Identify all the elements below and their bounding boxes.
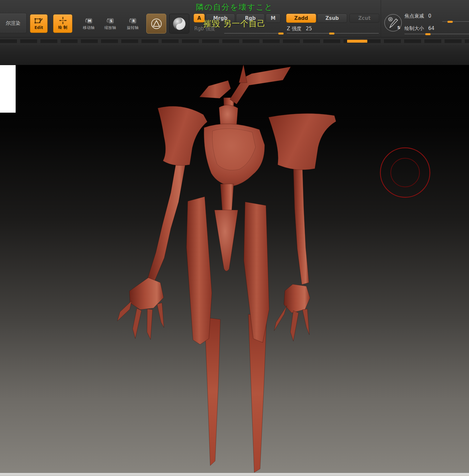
draw-button[interactable]: 绘 制: [53, 14, 72, 33]
z-intensity-label: Z 强度: [287, 26, 301, 32]
draw-button-label: 绘 制: [58, 25, 67, 30]
edit-button[interactable]: Edit: [30, 14, 48, 33]
model-3d: [0, 65, 469, 473]
rotate-gizmo-icon: R: [128, 17, 137, 24]
svg-text:R: R: [132, 19, 135, 22]
material-picker-button[interactable]: [169, 14, 189, 34]
zcut-button[interactable]: Zcut: [349, 14, 379, 23]
z-intensity-handle[interactable]: [329, 33, 334, 35]
zadd-button[interactable]: Zadd: [286, 14, 316, 23]
draw-size-label: 绘制大小: [404, 25, 424, 31]
overlay-caption-japanese: 隣の自分を壊すこと: [196, 2, 273, 12]
edit-button-label: Edit: [35, 25, 43, 30]
scale-button-label: 缩放轴: [104, 25, 116, 31]
toolbar-sub-band: [0, 45, 469, 65]
m-button-label: M: [271, 15, 276, 21]
focal-shift-handle[interactable]: [447, 21, 453, 23]
z-intensity-slider[interactable]: Z 强度 25: [287, 25, 379, 34]
draw-size-slider[interactable]: 绘制大小 64: [404, 25, 469, 35]
svg-text:M: M: [88, 19, 91, 22]
focal-shift-label: 焦点衰减: [404, 13, 424, 19]
active-section-marker: [347, 40, 367, 43]
stroke-picker-button[interactable]: [146, 14, 166, 34]
smooth-brush-button[interactable]: S: [384, 14, 402, 32]
transform-rect-icon: [35, 18, 43, 25]
z-intensity-value: 25: [306, 26, 312, 32]
zbrush-app: 尔渲染 Edit: [0, 0, 469, 476]
rgb-intensity-track[interactable]: [224, 33, 284, 34]
render-button[interactable]: 尔渲染: [0, 13, 27, 33]
focal-shift-track[interactable]: [442, 21, 469, 22]
move-button[interactable]: M 移动轴: [79, 14, 98, 33]
draw-size-track[interactable]: [404, 34, 469, 35]
rotate-button-label: 旋转轴: [127, 25, 139, 31]
divider-segments: [0, 39, 469, 43]
render-button-label: 尔渲染: [6, 20, 21, 26]
zsub-button-label: Zsub: [325, 15, 339, 21]
toolbar-divider-strip: [0, 37, 469, 45]
zsub-button[interactable]: Zsub: [317, 14, 347, 23]
brush-smooth-icon: S: [386, 15, 401, 30]
stroke-icon: [150, 18, 163, 30]
rotate-button[interactable]: R 旋转轴: [123, 14, 142, 33]
brush-settings-group: S 焦点衰减 0 绘制大小 64: [381, 0, 469, 37]
draw-size-value: 64: [428, 25, 434, 31]
svg-text:S: S: [397, 25, 400, 30]
brush-cursor: [380, 148, 430, 197]
sculpt-viewport[interactable]: [0, 65, 469, 473]
z-intensity-track[interactable]: [287, 33, 379, 34]
scale-button[interactable]: S 缩放轴: [101, 14, 120, 33]
auto-masking-a-button[interactable]: A: [194, 14, 205, 22]
m-mode-button[interactable]: M: [266, 14, 281, 23]
move-button-label: 移动轴: [83, 25, 95, 31]
draw-size-handle[interactable]: [425, 33, 431, 35]
overlay-caption-chinese: 摧毀 另一个自己: [203, 18, 266, 29]
zadd-button-label: Zadd: [294, 15, 308, 21]
focal-shift-value: 0: [428, 13, 432, 19]
rgb-intensity-handle[interactable]: [278, 33, 284, 35]
bottom-scrollbar[interactable]: [0, 473, 469, 476]
focal-shift-slider[interactable]: 焦点衰减 0: [404, 13, 469, 22]
a-button-label: A: [197, 15, 201, 21]
svg-text:S: S: [110, 19, 112, 22]
crosshair-icon: [59, 17, 66, 24]
zcut-button-label: Zcut: [358, 15, 371, 21]
scale-gizmo-icon: S: [106, 17, 114, 24]
material-sphere-icon: [172, 17, 186, 31]
move-gizmo-icon: M: [84, 17, 93, 24]
